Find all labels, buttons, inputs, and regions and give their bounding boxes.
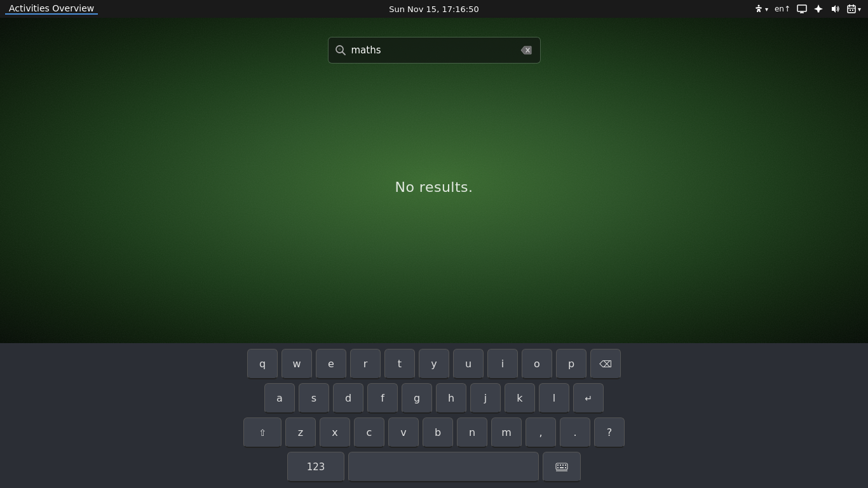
key-r[interactable]: r [350, 349, 381, 379]
key-t[interactable]: t [384, 349, 415, 379]
key-123[interactable]: 123 [287, 452, 344, 482]
virtual-keyboard: q w e r t y u i o p ⌫ a s d f g h j k l … [0, 343, 868, 488]
svg-rect-16 [556, 463, 567, 470]
key-l[interactable]: l [539, 383, 569, 414]
key-g[interactable]: g [402, 383, 432, 414]
svg-rect-24 [565, 467, 566, 468]
key-v[interactable]: v [388, 417, 419, 448]
keyboard-row-1: q w e r t y u i o p ⌫ [247, 349, 621, 379]
key-o[interactable]: o [522, 349, 552, 379]
key-c[interactable]: c [354, 417, 384, 448]
screen-tray-item[interactable] [795, 4, 809, 14]
svg-rect-18 [557, 464, 559, 466]
svg-marker-4 [832, 5, 836, 13]
activities-label[interactable]: Activities Overview [5, 3, 98, 15]
search-box [328, 37, 541, 64]
key-k[interactable]: k [505, 383, 535, 414]
screen-icon [797, 4, 807, 14]
key-enter[interactable]: ↵ [573, 383, 604, 414]
main-area: No results. [0, 18, 868, 343]
keyboard-row-2: a s d f g h j k l ↵ [264, 383, 604, 414]
search-container [328, 37, 541, 64]
key-u[interactable]: u [453, 349, 484, 379]
language-tray-item[interactable]: en↑ [773, 4, 792, 13]
search-clear-button[interactable] [519, 44, 534, 57]
system-tray: ▾ en↑ [752, 4, 863, 14]
key-z[interactable]: z [285, 417, 316, 448]
calendar-icon [846, 4, 857, 14]
search-input[interactable] [351, 44, 513, 56]
key-x[interactable]: x [320, 417, 350, 448]
language-label: en↑ [775, 4, 790, 13]
key-s[interactable]: s [299, 383, 329, 414]
svg-rect-21 [565, 464, 566, 466]
calendar-dropdown-icon: ▾ [858, 6, 861, 13]
svg-point-13 [338, 48, 341, 51]
key-keyboard-toggle[interactable] [543, 452, 581, 482]
key-a[interactable]: a [264, 383, 295, 414]
key-p[interactable]: p [556, 349, 587, 379]
top-bar: Activities Overview Sun Nov 15, 17:16:50… [0, 0, 868, 18]
svg-rect-20 [562, 464, 564, 466]
svg-rect-5 [848, 6, 855, 13]
key-space[interactable] [348, 452, 539, 482]
key-e[interactable]: e [316, 349, 346, 379]
no-results-text: No results. [395, 179, 473, 195]
svg-rect-23 [560, 467, 564, 468]
key-shift[interactable]: ⇧ [243, 417, 281, 448]
accessibility-dropdown-icon: ▾ [765, 6, 768, 13]
airplane-icon [813, 4, 824, 14]
airplane-tray-item[interactable] [811, 4, 825, 14]
key-h[interactable]: h [436, 383, 466, 414]
key-y[interactable]: y [419, 349, 449, 379]
svg-rect-9 [850, 10, 851, 11]
svg-rect-22 [557, 467, 559, 468]
key-d[interactable]: d [333, 383, 363, 414]
search-icon [335, 44, 346, 56]
key-w[interactable]: w [281, 349, 312, 379]
clock: Sun Nov 15, 17:16:50 [389, 4, 479, 14]
key-period[interactable]: . [560, 417, 590, 448]
key-i[interactable]: i [487, 349, 518, 379]
key-q[interactable]: q [247, 349, 278, 379]
volume-tray-item[interactable] [828, 4, 842, 14]
volume-icon [830, 4, 840, 14]
keyboard-row-3: ⇧ z x c v b n m , . ? [243, 417, 625, 448]
svg-rect-1 [797, 5, 806, 11]
keyboard-row-4: 123 [287, 452, 581, 482]
svg-line-12 [342, 52, 345, 55]
calendar-tray-item[interactable]: ▾ [844, 4, 863, 14]
accessibility-tray-item[interactable]: ▾ [752, 4, 770, 14]
key-m[interactable]: m [491, 417, 522, 448]
key-comma[interactable]: , [526, 417, 556, 448]
svg-rect-10 [852, 10, 853, 11]
key-j[interactable]: j [470, 383, 501, 414]
key-backspace[interactable]: ⌫ [590, 349, 621, 379]
svg-rect-19 [560, 464, 561, 466]
accessibility-icon [754, 4, 764, 14]
key-b[interactable]: b [423, 417, 453, 448]
key-n[interactable]: n [457, 417, 487, 448]
key-f[interactable]: f [367, 383, 398, 414]
svg-point-0 [757, 5, 759, 7]
key-question[interactable]: ? [594, 417, 625, 448]
